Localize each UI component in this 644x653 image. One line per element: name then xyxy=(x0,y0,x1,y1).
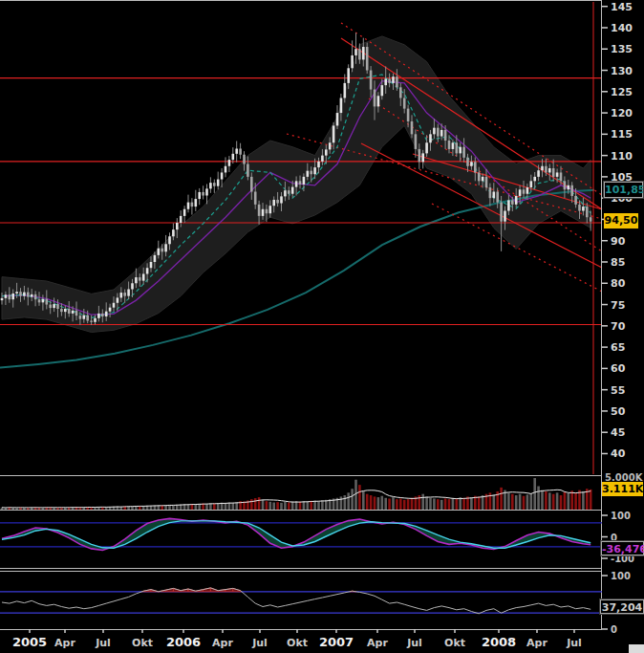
svg-text:130: 130 xyxy=(611,65,633,77)
volume-value-label: 3.111K xyxy=(602,482,643,496)
svg-text:70: 70 xyxy=(611,320,626,333)
svg-text:Jul: Jul xyxy=(251,637,268,649)
svg-text:2006: 2006 xyxy=(166,635,201,649)
svg-text:2005: 2005 xyxy=(12,635,47,649)
svg-text:Jul: Jul xyxy=(566,637,582,649)
svg-text:115: 115 xyxy=(611,128,633,141)
svg-text:0: 0 xyxy=(611,624,617,635)
svg-text:55: 55 xyxy=(611,384,625,397)
svg-text:100: 100 xyxy=(611,571,631,581)
trading-chart-window: 1451401351301251201151101051009590858075… xyxy=(0,0,644,653)
svg-text:50: 50 xyxy=(611,405,626,418)
price-chart-canvas[interactable]: 1451401351301251201151101051009590858075… xyxy=(0,0,644,653)
svg-text:125: 125 xyxy=(611,86,633,98)
svg-text:90: 90 xyxy=(611,235,626,248)
svg-text:145: 145 xyxy=(611,1,633,13)
last-price-label: 94,50 xyxy=(604,213,638,229)
corner-grip[interactable] xyxy=(629,644,644,653)
svg-text:140: 140 xyxy=(611,22,633,34)
svg-text:Apr: Apr xyxy=(367,637,388,649)
svg-text:120: 120 xyxy=(611,107,633,120)
svg-text:85: 85 xyxy=(611,256,625,269)
svg-text:80: 80 xyxy=(611,277,626,290)
svg-text:2007: 2007 xyxy=(319,635,354,649)
svg-text:60: 60 xyxy=(611,362,626,375)
svg-text:40: 40 xyxy=(611,447,626,460)
svg-text:Jul: Jul xyxy=(95,637,111,649)
svg-text:Jul: Jul xyxy=(406,637,422,649)
svg-text:2008: 2008 xyxy=(482,635,516,649)
svg-text:110: 110 xyxy=(611,150,633,163)
svg-text:Apr: Apr xyxy=(54,637,75,649)
svg-text:Apr: Apr xyxy=(526,637,547,649)
svg-text:Okt: Okt xyxy=(444,637,465,649)
rsi-value-label: 37,204 xyxy=(600,599,644,614)
svg-text:100: 100 xyxy=(611,511,631,521)
svg-text:Apr: Apr xyxy=(212,637,233,649)
svg-text:135: 135 xyxy=(611,43,633,55)
svg-text:65: 65 xyxy=(611,341,625,354)
svg-text:75: 75 xyxy=(611,299,625,312)
macd-value-label: -36,476 xyxy=(601,541,644,555)
svg-text:45: 45 xyxy=(611,426,625,439)
ma-value-label: 101,85 xyxy=(604,182,643,198)
svg-text:Okt: Okt xyxy=(132,637,153,649)
svg-text:Okt: Okt xyxy=(287,637,308,649)
